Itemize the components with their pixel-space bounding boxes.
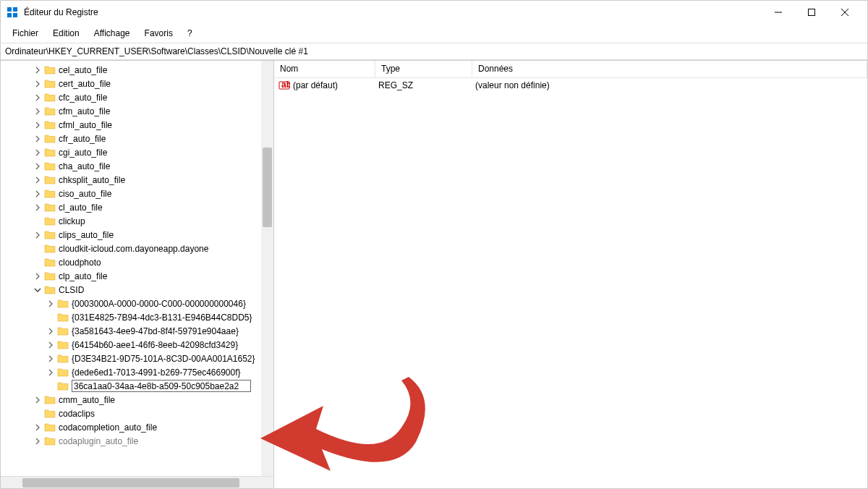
- tree-item-label: cloudphoto: [59, 258, 101, 268]
- menu-view[interactable]: Affichage: [88, 26, 136, 41]
- expand-icon[interactable]: [33, 436, 43, 446]
- expand-icon: [33, 258, 43, 268]
- vscroll-thumb[interactable]: [263, 148, 272, 227]
- folder-icon: [44, 134, 56, 144]
- tree-item[interactable]: clickup: [1, 214, 273, 228]
- address-path: Ordinateur\HKEY_CURRENT_USER\Software\Cl…: [5, 46, 308, 56]
- tree-item-label: CLSID: [59, 285, 84, 295]
- collapse-icon[interactable]: [33, 285, 43, 295]
- expand-icon[interactable]: [33, 422, 43, 433]
- tree-item[interactable]: cmm_auto_file: [1, 393, 273, 407]
- menu-file[interactable]: Fichier: [7, 26, 44, 41]
- close-button[interactable]: [828, 1, 861, 24]
- tree-item[interactable]: cloudphoto: [1, 255, 273, 269]
- folder-icon: [44, 189, 56, 199]
- tree-item-label: {0003000A-0000-0000-C000-000000000046}: [72, 299, 246, 309]
- expand-icon[interactable]: [46, 367, 56, 378]
- expand-icon[interactable]: [46, 354, 56, 364]
- tree-item[interactable]: codaclips: [1, 407, 273, 420]
- expand-icon[interactable]: [33, 93, 43, 103]
- expand-icon[interactable]: [33, 134, 43, 144]
- menu-favorites[interactable]: Favoris: [139, 26, 179, 41]
- expand-icon: [33, 409, 43, 419]
- tree-item[interactable]: cloudkit-icloud.com.dayoneapp.dayone: [1, 242, 273, 255]
- expand-icon[interactable]: [46, 326, 56, 336]
- expand-icon[interactable]: [33, 395, 43, 405]
- minimize-button[interactable]: [762, 1, 795, 24]
- expand-icon[interactable]: [33, 148, 43, 158]
- svg-text:ab: ab: [281, 80, 290, 90]
- tree-item[interactable]: ciso_auto_file: [1, 187, 273, 200]
- tree-item-label: {3a581643-4ee9-47bd-8f4f-59791e904aae}: [72, 326, 239, 336]
- folder-icon: [44, 93, 56, 103]
- tree-item[interactable]: {3a581643-4ee9-47bd-8f4f-59791e904aae}: [1, 324, 273, 338]
- tree-item[interactable]: clp_auto_file: [1, 269, 273, 283]
- tree-item[interactable]: cl_auto_file: [1, 200, 273, 214]
- folder-icon: [44, 79, 56, 89]
- expand-icon[interactable]: [33, 175, 43, 185]
- hscroll-thumb[interactable]: [22, 478, 239, 488]
- column-type[interactable]: Type: [375, 61, 472, 77]
- column-data[interactable]: Données: [472, 61, 867, 77]
- vertical-scrollbar[interactable]: [261, 61, 273, 476]
- list-pane[interactable]: Nom Type Données ab (par défaut) REG_SZ …: [274, 61, 867, 488]
- tree-item[interactable]: cert_auto_file: [1, 77, 273, 90]
- tree-item-label: cgi_auto_file: [59, 148, 107, 158]
- expand-icon[interactable]: [33, 271, 43, 281]
- expand-icon[interactable]: [33, 65, 43, 75]
- expand-icon[interactable]: [46, 340, 56, 350]
- tree-item[interactable]: {0003000A-0000-0000-C000-000000000046}: [1, 297, 273, 310]
- registry-editor-window: Éditeur du Registre Fichier Edition Affi…: [0, 0, 868, 489]
- tree-item[interactable]: codaplugin_auto_file: [1, 434, 273, 448]
- folder-icon: [57, 299, 69, 309]
- maximize-button[interactable]: [795, 1, 828, 24]
- tree-item[interactable]: cfm_auto_file: [1, 104, 273, 118]
- expand-icon[interactable]: [33, 203, 43, 213]
- tree-item[interactable]: CLSID: [1, 283, 273, 297]
- column-name[interactable]: Nom: [274, 61, 375, 77]
- addressbar[interactable]: Ordinateur\HKEY_CURRENT_USER\Software\Cl…: [1, 43, 867, 60]
- folder-icon: [44, 285, 56, 295]
- folder-icon: [44, 395, 56, 405]
- expand-icon[interactable]: [33, 161, 43, 171]
- expand-icon[interactable]: [46, 299, 56, 309]
- expand-icon[interactable]: [33, 230, 43, 240]
- tree-item-label: clips_auto_file: [59, 230, 114, 240]
- tree-item[interactable]: codacompletion_auto_file: [1, 420, 273, 434]
- tree-item[interactable]: cel_auto_file: [1, 63, 273, 77]
- horizontal-scrollbar[interactable]: [1, 476, 273, 488]
- menu-edit[interactable]: Edition: [47, 26, 85, 41]
- tree-item[interactable]: cfc_auto_file: [1, 90, 273, 104]
- titlebar: Éditeur du Registre: [1, 1, 867, 24]
- tree-item[interactable]: cha_auto_file: [1, 159, 273, 173]
- value-data: (valeur non définie): [475, 80, 550, 90]
- list-row[interactable]: ab (par défaut) REG_SZ (valeur non défin…: [274, 78, 867, 93]
- expand-icon[interactable]: [33, 120, 43, 130]
- tree-item-label: codacompletion_auto_file: [59, 422, 157, 433]
- folder-icon: [44, 436, 56, 446]
- expand-icon[interactable]: [33, 106, 43, 116]
- expand-icon: [33, 216, 43, 226]
- tree-item-label: codaclips: [59, 409, 95, 419]
- expand-icon[interactable]: [33, 79, 43, 89]
- tree-item[interactable]: cgi_auto_file: [1, 145, 273, 159]
- tree-item[interactable]: cfml_auto_file: [1, 118, 273, 132]
- tree-item[interactable]: {D3E34B21-9D75-101A-8C3D-00AA001A1652}: [1, 352, 273, 365]
- tree-item-rename-input[interactable]: [72, 380, 251, 392]
- tree-item[interactable]: cfr_auto_file: [1, 132, 273, 145]
- folder-icon: [44, 161, 56, 171]
- tree-item[interactable]: clips_auto_file: [1, 228, 273, 242]
- menu-help[interactable]: ?: [182, 26, 198, 41]
- expand-icon[interactable]: [33, 189, 43, 199]
- tree-item[interactable]: [1, 379, 273, 393]
- window-controls: [762, 1, 861, 24]
- tree-item[interactable]: {64154b60-aee1-46f6-8eeb-42098cfd3429}: [1, 338, 273, 352]
- tree-item[interactable]: {031E4825-7B94-4dc3-B131-E946B44C8DD5}: [1, 310, 273, 324]
- tree-item[interactable]: {dede6ed1-7013-4991-b269-775ec466900f}: [1, 365, 273, 379]
- folder-icon: [57, 367, 69, 378]
- tree-item[interactable]: chksplit_auto_file: [1, 173, 273, 187]
- folder-icon: [44, 271, 56, 281]
- folder-icon: [44, 203, 56, 213]
- folder-icon: [57, 381, 69, 391]
- tree-pane[interactable]: cel_auto_filecert_auto_filecfc_auto_file…: [1, 61, 274, 488]
